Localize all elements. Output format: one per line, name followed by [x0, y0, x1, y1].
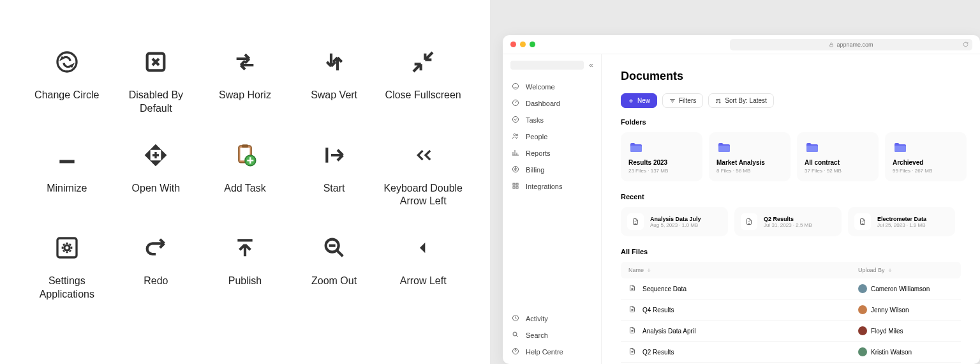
icon-label: Swap Vert	[311, 89, 357, 102]
folder-card[interactable]: Market Analysis8 Files · 56 MB	[709, 132, 791, 181]
sidebar-item-dashboard[interactable]: Dashboard	[503, 95, 601, 112]
close-fullscreen-icon	[409, 48, 437, 76]
maximize-dot-icon[interactable]	[530, 42, 535, 47]
filter-icon	[669, 98, 676, 104]
avatar	[858, 284, 867, 293]
check-circle-icon	[512, 116, 519, 125]
icon-cell-zoom-out[interactable]: Zoom Out	[293, 234, 376, 301]
svg-point-7	[64, 245, 70, 250]
sidebar-item-people[interactable]: People	[503, 128, 601, 145]
recent-card[interactable]: Q2 ResultsJul 31, 2023 · 2.5 MB	[734, 207, 842, 236]
sidebar-item-billing[interactable]: Billing	[503, 162, 601, 178]
svg-rect-23	[630, 146, 642, 152]
icon-cell-settings-applications[interactable]: Settings Applications	[26, 234, 108, 301]
icon-cell-change-circle[interactable]: Change Circle	[26, 48, 108, 116]
avatar	[858, 326, 867, 335]
svg-rect-4	[242, 144, 248, 148]
collapse-sidebar-button[interactable]: «	[589, 61, 593, 70]
icon-cell-redo[interactable]: Redo	[115, 234, 198, 301]
icon-cell-publish[interactable]: Publish	[204, 234, 286, 301]
change-circle-icon	[53, 48, 81, 76]
svg-rect-25	[806, 146, 818, 152]
recent-card[interactable]: Analysis Data JulyAug 5, 2023 · 1.0 MB	[621, 207, 728, 236]
icon-label: Keyboard Double Arrow Left	[382, 182, 464, 209]
start-icon	[320, 141, 348, 169]
folder-icon	[716, 140, 732, 153]
icon-cell-start[interactable]: Start	[293, 141, 376, 209]
disabled-by-default-icon	[142, 48, 170, 76]
window-controls[interactable]	[510, 42, 535, 47]
icon-cell-add-task[interactable]: Add Task	[204, 141, 286, 209]
arrow-left-icon	[409, 234, 437, 262]
add-task-icon	[231, 141, 259, 169]
icon-cell-minimize[interactable]: Minimize	[26, 141, 108, 209]
icon-label: Add Task	[224, 182, 266, 195]
folder-card[interactable]: Archieved99 Files · 267 MB	[885, 132, 967, 181]
app-mockup-container: appname.com « WelcomeDashboardTasksPeopl…	[490, 0, 980, 364]
search-icon	[512, 331, 519, 340]
filters-button[interactable]: Filters	[662, 93, 703, 108]
svg-point-21	[513, 332, 517, 336]
keyboard-double-arrow-left-icon	[409, 141, 437, 169]
icon-cell-swap-vert[interactable]: Swap Vert	[293, 48, 376, 116]
table-row[interactable]: Q4 ResultsJenny Wilson	[621, 300, 961, 321]
sidebar-item-integrations[interactable]: Integrations	[503, 178, 601, 195]
sidebar-item-help-centre[interactable]: Help Centre	[503, 344, 601, 360]
sidebar-item-tasks[interactable]: Tasks	[503, 112, 601, 128]
folder-icon	[893, 140, 908, 153]
close-dot-icon[interactable]	[510, 42, 516, 47]
url-bar[interactable]: appname.com	[730, 39, 972, 50]
dollar-icon	[512, 165, 519, 174]
sidebar-item-welcome[interactable]: Welcome	[503, 79, 601, 95]
reload-icon[interactable]	[963, 42, 969, 47]
table-row[interactable]: Sequence DataCameron Williamson	[621, 278, 961, 300]
help-icon	[512, 347, 519, 356]
minimize-dot-icon[interactable]	[520, 42, 526, 47]
col-name[interactable]: Name	[628, 267, 858, 273]
swap-horiz-icon	[231, 48, 259, 76]
sidebar-item-activity[interactable]: Activity	[503, 310, 601, 327]
icon-cell-swap-horiz[interactable]: Swap Horiz	[204, 48, 286, 116]
icon-label: Open With	[132, 182, 181, 195]
smile-icon	[512, 82, 519, 91]
table-header: Name Upload By	[621, 262, 961, 278]
icon-label: Start	[323, 182, 345, 195]
col-upload[interactable]: Upload By	[858, 267, 893, 273]
svg-rect-6	[57, 238, 77, 257]
redo-icon	[142, 234, 170, 262]
sort-arrow-icon	[646, 268, 651, 273]
zoom-out-icon	[320, 234, 348, 262]
svg-point-13	[514, 134, 516, 136]
icon-cell-close-fullscreen[interactable]: Close Fullscreen	[382, 48, 464, 116]
svg-point-14	[516, 134, 518, 136]
svg-rect-16	[513, 183, 515, 185]
sidebar-item-reports[interactable]: Reports	[503, 145, 601, 162]
document-icon	[628, 284, 636, 293]
document-icon	[854, 213, 871, 230]
svg-rect-24	[718, 146, 730, 152]
url-text: appname.com	[836, 42, 873, 48]
sidebar-item-search[interactable]: Search	[503, 327, 601, 344]
svg-rect-9	[830, 44, 833, 46]
document-icon	[627, 213, 644, 230]
icon-cell-open-with[interactable]: Open With	[115, 141, 198, 209]
logo-placeholder	[510, 61, 584, 70]
document-icon	[628, 305, 636, 314]
svg-point-10	[513, 84, 519, 89]
recent-card[interactable]: Electrometer DataJul 25, 2023 · 1.9 MB	[848, 207, 955, 236]
table-row[interactable]: Analysis Data AprilFloyd Miles	[621, 321, 961, 342]
folder-card[interactable]: Results 202323 Files · 137 MB	[621, 132, 702, 181]
icon-cell-arrow-left[interactable]: Arrow Left	[382, 234, 464, 301]
folder-card[interactable]: All contract37 Files · 92 MB	[797, 132, 879, 181]
open-with-icon	[142, 141, 170, 169]
icon-cell-keyboard-double-arrow-left[interactable]: Keyboard Double Arrow Left	[382, 141, 464, 209]
plus-icon	[628, 98, 634, 104]
document-icon	[628, 347, 636, 356]
svg-rect-18	[513, 186, 515, 188]
new-button[interactable]: New	[621, 93, 657, 108]
table-row[interactable]: Q2 ResultsKristin Watson	[621, 342, 961, 363]
icon-label: Settings Applications	[26, 275, 108, 301]
icon-cell-disabled-by-default[interactable]: Disabled By Default	[115, 48, 198, 116]
swap-vert-icon	[320, 48, 348, 76]
sort-button[interactable]: Sort By: Latest	[708, 93, 774, 108]
